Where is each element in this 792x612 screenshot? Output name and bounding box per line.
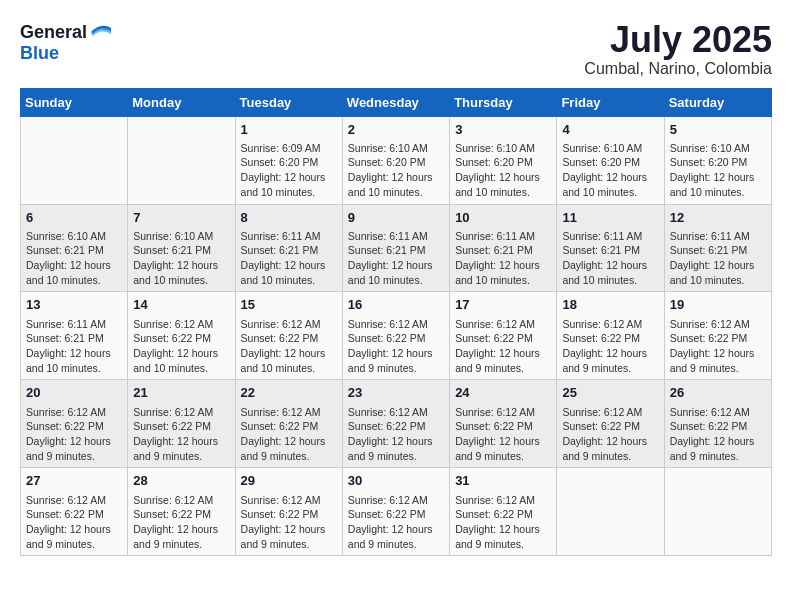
calendar-cell: 10Sunrise: 6:11 AM Sunset: 6:21 PM Dayli… bbox=[450, 204, 557, 292]
day-header-monday: Monday bbox=[128, 88, 235, 116]
day-info: Sunrise: 6:12 AM Sunset: 6:22 PM Dayligh… bbox=[562, 405, 658, 464]
day-info: Sunrise: 6:11 AM Sunset: 6:21 PM Dayligh… bbox=[241, 229, 337, 288]
day-number: 22 bbox=[241, 384, 337, 402]
calendar-cell: 23Sunrise: 6:12 AM Sunset: 6:22 PM Dayli… bbox=[342, 380, 449, 468]
calendar-cell: 29Sunrise: 6:12 AM Sunset: 6:22 PM Dayli… bbox=[235, 468, 342, 556]
day-number: 19 bbox=[670, 296, 766, 314]
logo: General Blue bbox=[20, 20, 113, 63]
day-number: 16 bbox=[348, 296, 444, 314]
day-info: Sunrise: 6:11 AM Sunset: 6:21 PM Dayligh… bbox=[348, 229, 444, 288]
day-info: Sunrise: 6:11 AM Sunset: 6:21 PM Dayligh… bbox=[26, 317, 122, 376]
day-info: Sunrise: 6:12 AM Sunset: 6:22 PM Dayligh… bbox=[455, 317, 551, 376]
calendar-cell: 21Sunrise: 6:12 AM Sunset: 6:22 PM Dayli… bbox=[128, 380, 235, 468]
calendar-cell: 11Sunrise: 6:11 AM Sunset: 6:21 PM Dayli… bbox=[557, 204, 664, 292]
logo-blue: Blue bbox=[20, 43, 59, 63]
calendar-cell: 19Sunrise: 6:12 AM Sunset: 6:22 PM Dayli… bbox=[664, 292, 771, 380]
day-info: Sunrise: 6:10 AM Sunset: 6:20 PM Dayligh… bbox=[562, 141, 658, 200]
calendar-subtitle: Cumbal, Narino, Colombia bbox=[584, 60, 772, 78]
header-row: SundayMondayTuesdayWednesdayThursdayFrid… bbox=[21, 88, 772, 116]
day-info: Sunrise: 6:11 AM Sunset: 6:21 PM Dayligh… bbox=[455, 229, 551, 288]
day-number: 7 bbox=[133, 209, 229, 227]
calendar-cell: 8Sunrise: 6:11 AM Sunset: 6:21 PM Daylig… bbox=[235, 204, 342, 292]
week-row-3: 13Sunrise: 6:11 AM Sunset: 6:21 PM Dayli… bbox=[21, 292, 772, 380]
logo-general: General bbox=[20, 23, 87, 41]
day-info: Sunrise: 6:12 AM Sunset: 6:22 PM Dayligh… bbox=[26, 493, 122, 552]
calendar-cell: 27Sunrise: 6:12 AM Sunset: 6:22 PM Dayli… bbox=[21, 468, 128, 556]
calendar-cell: 30Sunrise: 6:12 AM Sunset: 6:22 PM Dayli… bbox=[342, 468, 449, 556]
calendar-cell: 17Sunrise: 6:12 AM Sunset: 6:22 PM Dayli… bbox=[450, 292, 557, 380]
day-info: Sunrise: 6:10 AM Sunset: 6:21 PM Dayligh… bbox=[133, 229, 229, 288]
calendar-cell: 20Sunrise: 6:12 AM Sunset: 6:22 PM Dayli… bbox=[21, 380, 128, 468]
calendar-cell: 26Sunrise: 6:12 AM Sunset: 6:22 PM Dayli… bbox=[664, 380, 771, 468]
day-info: Sunrise: 6:09 AM Sunset: 6:20 PM Dayligh… bbox=[241, 141, 337, 200]
day-number: 27 bbox=[26, 472, 122, 490]
day-info: Sunrise: 6:12 AM Sunset: 6:22 PM Dayligh… bbox=[133, 317, 229, 376]
title-area: July 2025 Cumbal, Narino, Colombia bbox=[584, 20, 772, 78]
calendar-cell: 22Sunrise: 6:12 AM Sunset: 6:22 PM Dayli… bbox=[235, 380, 342, 468]
day-number: 31 bbox=[455, 472, 551, 490]
calendar-cell bbox=[128, 116, 235, 204]
day-info: Sunrise: 6:12 AM Sunset: 6:22 PM Dayligh… bbox=[670, 317, 766, 376]
calendar-cell: 31Sunrise: 6:12 AM Sunset: 6:22 PM Dayli… bbox=[450, 468, 557, 556]
calendar-title: July 2025 bbox=[584, 20, 772, 60]
day-number: 13 bbox=[26, 296, 122, 314]
day-info: Sunrise: 6:12 AM Sunset: 6:22 PM Dayligh… bbox=[670, 405, 766, 464]
day-number: 6 bbox=[26, 209, 122, 227]
day-number: 15 bbox=[241, 296, 337, 314]
day-info: Sunrise: 6:11 AM Sunset: 6:21 PM Dayligh… bbox=[562, 229, 658, 288]
calendar-cell: 2Sunrise: 6:10 AM Sunset: 6:20 PM Daylig… bbox=[342, 116, 449, 204]
day-number: 12 bbox=[670, 209, 766, 227]
calendar-cell: 24Sunrise: 6:12 AM Sunset: 6:22 PM Dayli… bbox=[450, 380, 557, 468]
day-number: 26 bbox=[670, 384, 766, 402]
calendar-cell: 16Sunrise: 6:12 AM Sunset: 6:22 PM Dayli… bbox=[342, 292, 449, 380]
day-number: 29 bbox=[241, 472, 337, 490]
day-number: 5 bbox=[670, 121, 766, 139]
calendar-table: SundayMondayTuesdayWednesdayThursdayFrid… bbox=[20, 88, 772, 557]
day-info: Sunrise: 6:12 AM Sunset: 6:22 PM Dayligh… bbox=[26, 405, 122, 464]
day-number: 10 bbox=[455, 209, 551, 227]
day-number: 1 bbox=[241, 121, 337, 139]
day-number: 30 bbox=[348, 472, 444, 490]
week-row-4: 20Sunrise: 6:12 AM Sunset: 6:22 PM Dayli… bbox=[21, 380, 772, 468]
day-number: 20 bbox=[26, 384, 122, 402]
day-header-sunday: Sunday bbox=[21, 88, 128, 116]
day-number: 28 bbox=[133, 472, 229, 490]
day-info: Sunrise: 6:12 AM Sunset: 6:22 PM Dayligh… bbox=[241, 405, 337, 464]
day-info: Sunrise: 6:12 AM Sunset: 6:22 PM Dayligh… bbox=[348, 405, 444, 464]
day-number: 9 bbox=[348, 209, 444, 227]
day-number: 3 bbox=[455, 121, 551, 139]
day-number: 4 bbox=[562, 121, 658, 139]
day-number: 2 bbox=[348, 121, 444, 139]
day-header-wednesday: Wednesday bbox=[342, 88, 449, 116]
calendar-cell: 3Sunrise: 6:10 AM Sunset: 6:20 PM Daylig… bbox=[450, 116, 557, 204]
day-info: Sunrise: 6:12 AM Sunset: 6:22 PM Dayligh… bbox=[348, 317, 444, 376]
day-number: 14 bbox=[133, 296, 229, 314]
day-number: 17 bbox=[455, 296, 551, 314]
calendar-cell: 1Sunrise: 6:09 AM Sunset: 6:20 PM Daylig… bbox=[235, 116, 342, 204]
day-number: 25 bbox=[562, 384, 658, 402]
day-info: Sunrise: 6:12 AM Sunset: 6:22 PM Dayligh… bbox=[241, 317, 337, 376]
calendar-cell: 4Sunrise: 6:10 AM Sunset: 6:20 PM Daylig… bbox=[557, 116, 664, 204]
day-header-thursday: Thursday bbox=[450, 88, 557, 116]
calendar-cell: 7Sunrise: 6:10 AM Sunset: 6:21 PM Daylig… bbox=[128, 204, 235, 292]
calendar-cell: 15Sunrise: 6:12 AM Sunset: 6:22 PM Dayli… bbox=[235, 292, 342, 380]
calendar-cell: 14Sunrise: 6:12 AM Sunset: 6:22 PM Dayli… bbox=[128, 292, 235, 380]
day-number: 11 bbox=[562, 209, 658, 227]
week-row-5: 27Sunrise: 6:12 AM Sunset: 6:22 PM Dayli… bbox=[21, 468, 772, 556]
week-row-1: 1Sunrise: 6:09 AM Sunset: 6:20 PM Daylig… bbox=[21, 116, 772, 204]
day-number: 24 bbox=[455, 384, 551, 402]
day-info: Sunrise: 6:12 AM Sunset: 6:22 PM Dayligh… bbox=[562, 317, 658, 376]
calendar-cell: 25Sunrise: 6:12 AM Sunset: 6:22 PM Dayli… bbox=[557, 380, 664, 468]
calendar-cell: 28Sunrise: 6:12 AM Sunset: 6:22 PM Dayli… bbox=[128, 468, 235, 556]
day-header-friday: Friday bbox=[557, 88, 664, 116]
calendar-cell bbox=[21, 116, 128, 204]
day-number: 23 bbox=[348, 384, 444, 402]
week-row-2: 6Sunrise: 6:10 AM Sunset: 6:21 PM Daylig… bbox=[21, 204, 772, 292]
day-info: Sunrise: 6:12 AM Sunset: 6:22 PM Dayligh… bbox=[133, 493, 229, 552]
day-info: Sunrise: 6:10 AM Sunset: 6:21 PM Dayligh… bbox=[26, 229, 122, 288]
day-info: Sunrise: 6:12 AM Sunset: 6:22 PM Dayligh… bbox=[348, 493, 444, 552]
header: General Blue July 2025 Cumbal, Narino, C… bbox=[20, 20, 772, 78]
day-info: Sunrise: 6:12 AM Sunset: 6:22 PM Dayligh… bbox=[133, 405, 229, 464]
calendar-cell: 5Sunrise: 6:10 AM Sunset: 6:20 PM Daylig… bbox=[664, 116, 771, 204]
calendar-cell bbox=[664, 468, 771, 556]
